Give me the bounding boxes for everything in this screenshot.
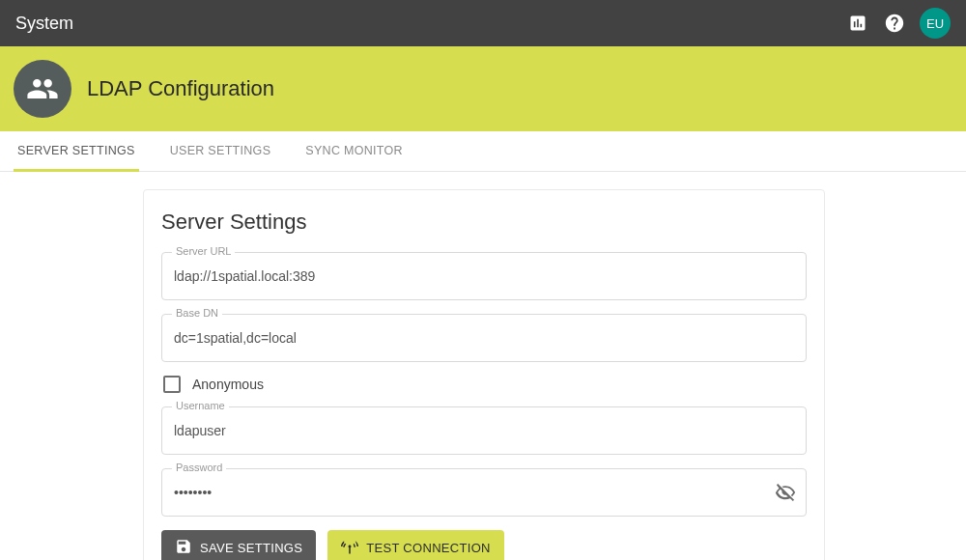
test-connection-button[interactable]: TEST CONNECTION	[327, 530, 504, 560]
username-label: Username	[172, 400, 229, 411]
topbar-right: EU	[846, 8, 951, 39]
anonymous-checkbox-row[interactable]: Anonymous	[163, 376, 807, 393]
password-input[interactable]	[162, 469, 806, 516]
tab-server-settings[interactable]: SERVER SETTINGS	[14, 131, 139, 172]
base-dn-input[interactable]	[162, 315, 806, 361]
app-title: System	[15, 14, 73, 34]
server-url-field: Server URL	[161, 252, 807, 300]
server-url-input[interactable]	[162, 253, 806, 299]
base-dn-label: Base DN	[172, 307, 222, 319]
avatar[interactable]: EU	[920, 8, 951, 39]
topbar: System EU	[0, 0, 966, 46]
visibility-off-icon[interactable]	[775, 482, 796, 503]
password-field: Password	[161, 468, 807, 517]
server-url-label: Server URL	[172, 245, 235, 257]
help-icon[interactable]	[883, 12, 906, 35]
anonymous-label: Anonymous	[192, 377, 264, 392]
antenna-icon	[341, 538, 358, 558]
save-icon	[175, 538, 192, 558]
tab-user-settings[interactable]: USER SETTINGS	[166, 131, 275, 172]
tabs: SERVER SETTINGS USER SETTINGS SYNC MONIT…	[0, 131, 966, 172]
page-title: LDAP Configuration	[87, 76, 274, 101]
base-dn-field: Base DN	[161, 314, 807, 362]
password-label: Password	[172, 462, 226, 473]
save-settings-button[interactable]: SAVE SETTINGS	[161, 530, 316, 560]
topbar-left: System	[15, 14, 73, 34]
button-row: SAVE SETTINGS TEST CONNECTION	[161, 530, 807, 560]
server-settings-card: Server Settings Server URL Base DN Anony…	[143, 189, 825, 560]
username-input[interactable]	[162, 407, 806, 454]
users-icon	[14, 60, 71, 118]
save-button-label: SAVE SETTINGS	[200, 541, 302, 555]
username-field: Username	[161, 406, 807, 455]
main-content: Server Settings Server URL Base DN Anony…	[0, 172, 966, 560]
tab-sync-monitor[interactable]: SYNC MONITOR	[301, 131, 407, 172]
card-title: Server Settings	[161, 210, 807, 235]
test-button-label: TEST CONNECTION	[366, 541, 491, 555]
page-header: LDAP Configuration	[0, 46, 966, 131]
anonymous-checkbox[interactable]	[163, 376, 181, 393]
chart-icon[interactable]	[846, 12, 869, 35]
